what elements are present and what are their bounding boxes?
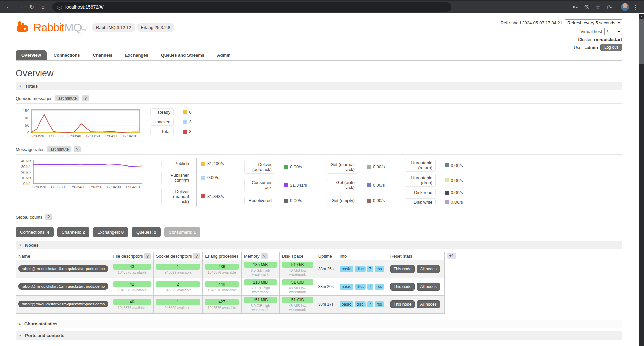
home-icon[interactable]: ⌂ [38, 2, 48, 12]
global-counts-help-icon[interactable]: ? [45, 214, 52, 220]
password-key-icon[interactable] [570, 2, 581, 12]
legend-swatch [183, 130, 187, 134]
tab-queues-and-streams[interactable]: Queues and Streams [155, 50, 210, 60]
collapse-icon [19, 334, 22, 337]
logout-button[interactable]: Log out [600, 44, 622, 51]
legend-label-consumer-ack[interactable]: Consumer ack [244, 179, 275, 191]
node-name[interactable]: rabbit@rm-quickstart-1.rm-quickstart-pod… [18, 283, 108, 290]
legend-label-deliver-auto-ack[interactable]: Deliver (auto ack) [244, 161, 275, 174]
legend-label-redelivered[interactable]: Redelivered [244, 197, 275, 204]
tab-connections[interactable]: Connections [48, 50, 86, 60]
queued-range-pill[interactable]: last minute [55, 95, 79, 101]
section-totals[interactable]: Totals [16, 82, 622, 90]
tab-exchanges[interactable]: Exchanges [119, 50, 154, 60]
legend-swatch [201, 162, 205, 166]
virtual-host-label: Virtual host [580, 29, 602, 34]
metric-value: 151 MiB [244, 297, 277, 303]
reset-all-nodes-button[interactable]: All nodes [417, 300, 440, 308]
metric-note: 6.0 GiB high watermark [244, 286, 277, 294]
svg-text:100: 100 [23, 116, 29, 120]
global-count-connections[interactable]: Connections: 4 [16, 227, 54, 237]
legend-label-publish[interactable]: Publish [161, 160, 192, 167]
legend-label-get-empty[interactable]: Get (empty) [327, 197, 358, 204]
reset-this-node-button[interactable]: This node [390, 300, 415, 308]
metric-note: 1048576 available [113, 306, 151, 310]
svg-text:17:03:40: 17:03:40 [69, 185, 84, 189]
section-ports-and-contexts[interactable]: Ports and contexts [16, 331, 622, 340]
legend-rate: 0.00/s [373, 164, 385, 169]
legend-swatch [445, 163, 449, 167]
help-icon[interactable]: ? [144, 253, 151, 259]
tab-channels[interactable]: Channels [87, 50, 118, 60]
reload-icon[interactable]: ↻ [26, 2, 37, 12]
uptime-cell: 38m 20s [316, 278, 337, 296]
global-count-channels[interactable]: Channels: 2 [57, 227, 89, 237]
site-info-icon[interactable]: i [57, 5, 62, 10]
refresh-interval-select[interactable]: Refresh every 5 seconds [565, 19, 622, 26]
listening-ports-header: Listening ports [16, 344, 622, 346]
legend-label-get-manual-ack[interactable]: Get (manual ack) [327, 161, 358, 174]
help-icon[interactable]: ? [193, 253, 200, 259]
node-name[interactable]: rabbit@rm-quickstart-2.rm-quickstart-pod… [18, 301, 108, 307]
metric-cell: 51 GiB48 MiB low watermark [279, 278, 316, 296]
url-text[interactable]: localhost:15672/#/ [65, 4, 104, 10]
reset-this-node-button[interactable]: This node [390, 283, 415, 291]
queued-help-icon[interactable]: ? [82, 95, 89, 101]
virtual-host-select[interactable]: / [604, 28, 622, 35]
rabbitmq-logo-icon[interactable] [16, 20, 29, 35]
legend-label-unacked[interactable]: Unacked [150, 118, 174, 126]
svg-text:17:03:40: 17:03:40 [67, 134, 81, 138]
forward-icon[interactable]: → [15, 2, 25, 12]
legend-label-publisher-confirm[interactable]: Publisher confirm [161, 171, 192, 184]
legend-label-ready[interactable]: Ready [150, 108, 174, 116]
global-count-consumers[interactable]: Consumers: 1 [164, 227, 200, 237]
legend-rate: 0.00/s [290, 198, 302, 203]
help-icon[interactable]: ? [261, 253, 268, 259]
tab-admin[interactable]: Admin [211, 50, 236, 60]
metric-note: 943629 available [156, 270, 200, 274]
legend-label-total[interactable]: Total [150, 128, 174, 135]
section-nodes[interactable]: Nodes [16, 241, 622, 249]
back-icon[interactable]: ← [3, 2, 14, 12]
metric-cell: 151 MiB6.0 GiB high watermark [241, 296, 279, 314]
svg-text:17:03:20: 17:03:20 [30, 134, 44, 138]
extensions-icon[interactable] [604, 2, 615, 12]
legend-label-disk-read[interactable]: Disk read [405, 189, 436, 196]
legend-rate: 0.00/s [290, 164, 302, 169]
section-churn-statistics[interactable]: Churn statistics [16, 320, 622, 328]
legend-label-deliver-manual-ack[interactable]: Deliver (manual ack) [161, 188, 192, 205]
metric-note: 943629 available [156, 306, 200, 310]
user-name: admin [585, 45, 598, 50]
count-value: 2 [154, 230, 156, 235]
reset-all-nodes-button[interactable]: All nodes [417, 265, 440, 273]
legend-swatch [201, 176, 205, 180]
node-name[interactable]: rabbit@rm-quickstart-0.rm-quickstart-pod… [18, 265, 108, 272]
legend-label-unroutable-drop[interactable]: Unroutable (drop) [405, 174, 436, 187]
svg-text:10 k/s: 10 k/s [21, 176, 32, 180]
global-count-exchanges[interactable]: Exchanges: 8 [93, 227, 128, 237]
legend-swatch [367, 199, 371, 203]
legend-label-get-auto-ack[interactable]: Get (auto ack) [327, 179, 358, 191]
global-count-queues[interactable]: Queues: 2 [132, 227, 161, 237]
scroll-up-icon[interactable]: ▲ [639, 14, 644, 19]
reset-this-node-button[interactable]: This node [390, 265, 415, 273]
tab-overview[interactable]: Overview [16, 50, 47, 60]
rabbitmq-logo-text[interactable]: RabbitMQTM [33, 21, 86, 34]
metric-value: 218 MiB [244, 279, 277, 285]
rates-help-icon[interactable]: ? [74, 146, 81, 152]
rates-range-pill[interactable]: last minute [47, 146, 71, 152]
metric-note: 943629 available [156, 288, 200, 292]
zoom-indicator-icon[interactable] [581, 2, 592, 12]
legend-label-unroutable-return[interactable]: Unroutable (return) [405, 159, 436, 172]
legend-label-disk-write[interactable]: Disk write [405, 198, 436, 206]
bookmark-star-icon[interactable]: ☆ [593, 2, 603, 12]
page-scrollbar[interactable]: ▲ [639, 14, 644, 346]
scrollbar-thumb[interactable] [639, 19, 644, 64]
column-toggle-button[interactable]: +/- [447, 253, 456, 259]
address-bar[interactable]: i localhost:15672/#/ [52, 2, 451, 12]
browser-menu-icon[interactable]: ⋮ [630, 2, 641, 12]
reset-all-nodes-button[interactable]: All nodes [417, 283, 440, 291]
cluster-label: Cluster [578, 37, 592, 42]
info-badge-rss: rss [375, 301, 384, 307]
profile-avatar[interactable] [621, 3, 629, 11]
